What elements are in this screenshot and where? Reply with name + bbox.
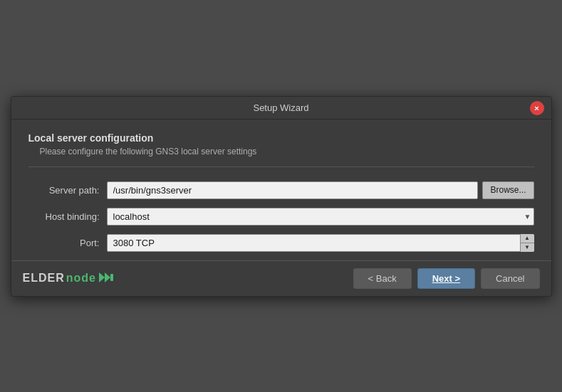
host-select-container: localhost 0.0.0.0 127.0.0.1 ▼	[107, 208, 534, 226]
close-button[interactable]: ×	[530, 101, 544, 115]
setup-wizard-dialog: Setup Wizard × Local server configuratio…	[11, 96, 552, 297]
logo-arrow-icon	[99, 271, 113, 286]
server-path-row: Server path: Browse...	[28, 181, 534, 199]
host-binding-select[interactable]: localhost 0.0.0.0 127.0.0.1	[107, 208, 534, 226]
port-label: Port:	[28, 238, 100, 248]
section-subtitle: Please configure the following GNS3 loca…	[40, 147, 534, 157]
footer-logo: ELDER node	[23, 271, 113, 286]
svg-marker-1	[105, 272, 110, 282]
browse-button[interactable]: Browse...	[482, 181, 534, 199]
logo-node-text: node	[66, 272, 96, 285]
next-button[interactable]: Next >	[417, 268, 475, 289]
svg-rect-2	[110, 274, 113, 281]
content-area: Local server configuration Please config…	[11, 120, 551, 260]
host-binding-row: Host binding: localhost 0.0.0.0 127.0.0.…	[28, 208, 534, 226]
dialog-title: Setup Wizard	[253, 102, 308, 113]
title-bar: Setup Wizard ×	[11, 97, 551, 120]
logo-elder-text: ELDER	[23, 272, 65, 285]
divider	[28, 166, 534, 167]
section-header: Local server configuration Please config…	[28, 132, 534, 157]
port-container: ▲ ▼	[107, 234, 534, 252]
server-path-container: Browse...	[107, 181, 534, 199]
server-path-label: Server path:	[28, 185, 100, 196]
footer-buttons: < Back Next > Cancel	[353, 268, 540, 289]
server-path-input[interactable]	[107, 181, 479, 199]
port-row: Port: ▲ ▼	[28, 234, 534, 252]
host-binding-label: Host binding:	[28, 211, 100, 222]
form-area: Server path: Browse... Host binding: loc…	[28, 181, 534, 252]
svg-marker-0	[99, 272, 105, 282]
port-increment-button[interactable]: ▲	[521, 234, 534, 243]
footer: ELDER node < Back Next > Cancel	[11, 260, 551, 296]
section-title: Local server configuration	[28, 132, 534, 144]
back-button[interactable]: < Back	[353, 268, 412, 289]
port-decrement-button[interactable]: ▼	[521, 243, 534, 252]
cancel-button[interactable]: Cancel	[481, 268, 539, 289]
port-input[interactable]	[107, 234, 534, 252]
port-spinner: ▲ ▼	[520, 234, 534, 252]
